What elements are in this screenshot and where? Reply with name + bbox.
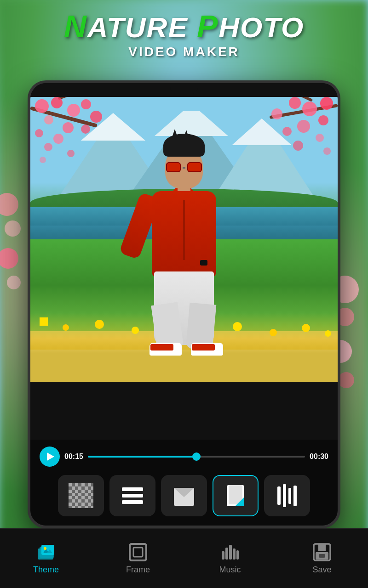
line-bar-3 (122, 500, 143, 504)
photo-area (30, 97, 338, 382)
envelope-flap (174, 488, 194, 499)
save-icon (312, 542, 332, 562)
person (124, 129, 244, 359)
svg-rect-14 (318, 544, 326, 551)
transition-checker-button[interactable] (58, 475, 104, 516)
music-icon (220, 542, 240, 562)
svg-rect-2 (41, 545, 54, 555)
v-bar-4 (293, 486, 297, 506)
svg-rect-16 (319, 554, 325, 558)
title-n-letter: N (64, 9, 87, 44)
envelope-icon (172, 483, 196, 508)
lines-pattern (120, 483, 145, 508)
lines-icon (119, 482, 146, 509)
checker-pattern (69, 483, 93, 508)
phone-frame: 00:15 00:30 (28, 80, 340, 528)
nav-label-save: Save (312, 565, 331, 575)
transition-envelope-button[interactable] (161, 475, 207, 516)
play-button[interactable] (40, 447, 60, 467)
frame-icon (128, 542, 148, 562)
svg-rect-8 (222, 551, 224, 560)
nav-label-music: Music (219, 565, 241, 575)
bottom-nav: Theme Frame Music (0, 528, 368, 588)
play-icon (47, 452, 54, 461)
transition-pageflip-button[interactable] (213, 475, 259, 516)
theme-icon (36, 542, 56, 562)
nav-item-theme[interactable]: Theme (0, 537, 92, 579)
nav-item-save[interactable]: Save (276, 537, 368, 579)
line-bar-1 (122, 487, 143, 491)
phone-top (30, 83, 338, 97)
controls-area: 00:15 00:30 (30, 440, 338, 526)
frame-icon-svg (128, 542, 148, 562)
cherry-blossoms-topright (246, 97, 338, 161)
nav-item-music[interactable]: Music (184, 537, 276, 579)
v-bar-1 (277, 486, 281, 505)
line-bar-2 (122, 494, 143, 498)
theme-icon-svg (36, 542, 56, 562)
cherry-blossoms-topleft (30, 97, 122, 170)
svg-point-5 (44, 547, 46, 550)
nav-item-frame[interactable]: Frame (92, 537, 184, 579)
svg-rect-12 (236, 550, 239, 560)
app-title: NATURE PHOTO (0, 9, 368, 44)
svg-rect-6 (130, 544, 146, 560)
envelope-icon-container (170, 482, 198, 509)
svg-rect-11 (233, 548, 236, 560)
svg-rect-10 (229, 545, 232, 560)
camera-notch (170, 86, 198, 94)
svg-rect-7 (133, 548, 143, 557)
photo-background (30, 97, 338, 382)
nav-label-frame: Frame (126, 565, 150, 575)
page-flip-icon (223, 483, 248, 508)
checker-icon (67, 482, 95, 509)
scrubber-thumb[interactable] (192, 452, 201, 461)
title-p-letter: P (197, 9, 218, 44)
title-area: NATURE PHOTO VIDEO MAKER (0, 9, 368, 59)
transitions-row (30, 471, 338, 526)
vbars-icon (275, 483, 299, 508)
transition-lines-button[interactable] (109, 475, 155, 516)
scrubber-track[interactable] (88, 456, 305, 458)
v-bar-3 (288, 488, 292, 504)
app-subtitle: VIDEO MAKER (0, 45, 368, 59)
vbars-icon-container (273, 482, 301, 509)
current-time: 00:15 (64, 452, 83, 461)
transition-vbars-button[interactable] (264, 475, 310, 516)
envelope-triangle (174, 488, 194, 497)
nav-label-theme: Theme (33, 565, 59, 575)
v-bar-2 (283, 484, 286, 507)
svg-rect-9 (225, 548, 228, 560)
pageflip-icon-container (222, 482, 249, 509)
music-icon-svg (220, 542, 240, 562)
scrubber-fill (88, 456, 196, 458)
total-time: 00:30 (310, 452, 328, 461)
save-icon-svg (312, 542, 332, 562)
timeline-bar: 00:15 00:30 (30, 440, 338, 471)
